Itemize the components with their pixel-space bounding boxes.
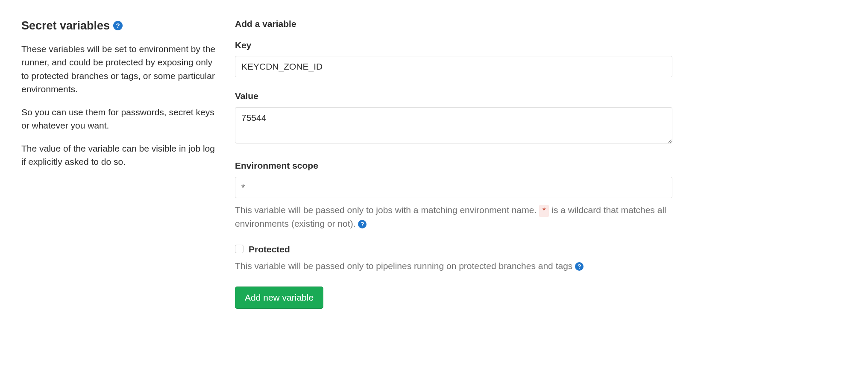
description-paragraph-3: The value of the variable can be visible… <box>21 142 218 169</box>
scope-help-text-1: This variable will be passed only to job… <box>235 205 539 215</box>
protected-label[interactable]: Protected <box>249 243 290 256</box>
value-textarea[interactable]: 75544 <box>235 107 672 143</box>
form-heading: Add a variable <box>235 17 672 31</box>
description-paragraph-2: So you can use them for passwords, secre… <box>21 105 218 132</box>
key-label: Key <box>235 38 672 52</box>
value-label: Value <box>235 89 672 103</box>
environment-scope-help: This variable will be passed only to job… <box>235 203 672 231</box>
question-circle-icon[interactable]: ? <box>113 21 123 30</box>
protected-help: This variable will be passed only to pip… <box>235 259 672 273</box>
key-input[interactable] <box>235 56 672 77</box>
question-circle-icon[interactable]: ? <box>358 220 367 228</box>
protected-help-text: This variable will be passed only to pip… <box>235 261 575 271</box>
wildcard-chip: * <box>539 205 549 217</box>
environment-scope-input[interactable] <box>235 177 672 198</box>
question-circle-icon[interactable]: ? <box>575 262 584 271</box>
section-title-text: Secret variables <box>21 17 110 35</box>
section-title: Secret variables ? <box>21 17 218 35</box>
environment-scope-label: Environment scope <box>235 159 672 173</box>
description-paragraph-1: These variables will be set to environme… <box>21 42 218 96</box>
add-new-variable-button[interactable]: Add new variable <box>235 287 323 309</box>
protected-checkbox[interactable] <box>235 245 243 253</box>
